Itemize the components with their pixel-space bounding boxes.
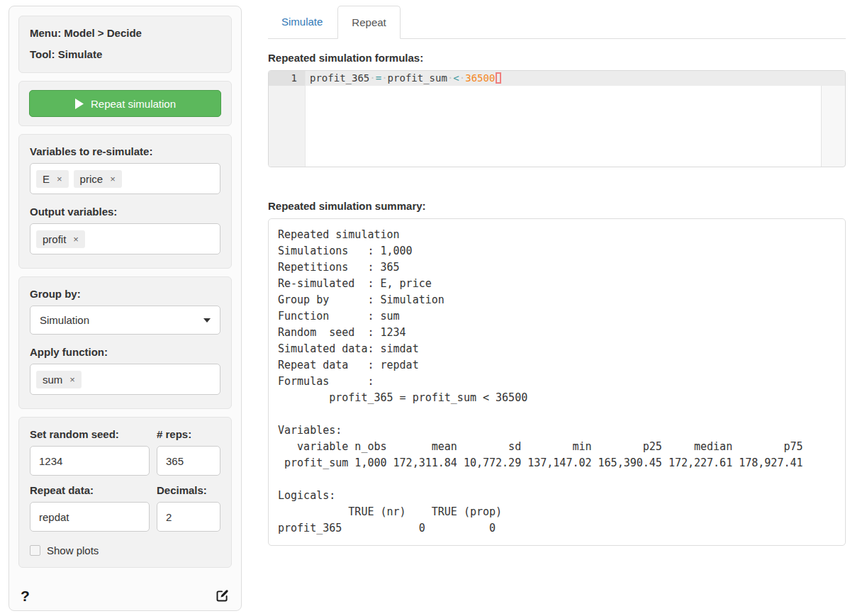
sidebar-footer: ? [18, 584, 232, 603]
run-panel: Repeat simulation [18, 81, 232, 126]
grouping-panel: Group by: Simulation Apply function: sum… [18, 276, 232, 409]
remove-tag-icon[interactable]: × [73, 235, 79, 244]
main-content: Simulate Repeat Repeated simulation form… [268, 6, 846, 546]
caret-down-icon [203, 318, 211, 323]
summary-label: Repeated simulation summary: [268, 200, 846, 212]
selected-tag-sum[interactable]: sum× [36, 371, 82, 388]
code-token: profit_365 [310, 72, 369, 84]
code-token: 36500 [465, 72, 495, 84]
code-token: < [453, 72, 459, 84]
menu-info-panel: Menu: Model > Decide Tool: Simulate [18, 16, 232, 73]
menu-breadcrumb: Menu: Model > Decide [30, 27, 220, 39]
sidebar: Menu: Model > Decide Tool: Simulate Repe… [9, 6, 242, 611]
formulas-label: Repeated simulation formulas: [268, 52, 846, 64]
apply-function-input[interactable]: sum× [30, 364, 220, 395]
repeat-data-input[interactable] [30, 502, 150, 532]
space-dot: · [369, 72, 375, 84]
resimulate-vars-input[interactable]: E×price× [30, 163, 220, 194]
group-by-selected-value: Simulation [40, 314, 89, 326]
tab-simulate[interactable]: Simulate [268, 6, 336, 38]
editor-cursor [496, 72, 501, 84]
reps-label: # reps: [157, 428, 220, 440]
show-plots-label: Show plots [47, 544, 99, 556]
space-dot: · [381, 72, 387, 84]
repeat-data-label: Repeat data: [30, 484, 150, 496]
decimals-label: Decimals: [157, 484, 220, 496]
repeat-simulation-button[interactable]: Repeat simulation [29, 90, 221, 117]
show-plots-row: Show plots [30, 544, 220, 556]
repeat-simulation-button-label: Repeat simulation [91, 98, 176, 110]
editor-code-area[interactable]: profit_365·=·profit_sum·<·36500 [306, 71, 845, 167]
show-plots-checkbox[interactable] [30, 545, 40, 556]
code-token: profit_sum [388, 72, 447, 84]
remove-tag-icon[interactable]: × [110, 174, 116, 184]
editor-gutter: 1 [269, 71, 306, 167]
output-vars-input[interactable]: profit× [30, 223, 220, 254]
tool-label: Tool: Simulate [30, 48, 220, 60]
editor-line-number: 1 [269, 71, 305, 86]
tab-bar: Simulate Repeat [268, 6, 846, 39]
output-vars-label: Output variables: [30, 206, 220, 218]
remove-tag-icon[interactable]: × [57, 174, 62, 184]
selected-tag-price[interactable]: price× [74, 170, 122, 188]
random-seed-label: Set random seed: [30, 428, 150, 440]
tab-repeat[interactable]: Repeat [337, 6, 400, 39]
variables-panel: Variables to re-simulate: E×price× Outpu… [18, 134, 232, 269]
resimulate-label: Variables to re-simulate: [30, 145, 220, 157]
tag-label: E [43, 173, 50, 185]
summary-output: Repeated simulation Simulations : 1,000 … [268, 218, 846, 546]
space-dot: · [459, 72, 465, 84]
decimals-input[interactable] [157, 502, 220, 532]
random-seed-input[interactable] [30, 446, 150, 476]
apply-function-label: Apply function: [30, 346, 220, 358]
formula-editor[interactable]: 1 profit_365·=·profit_sum·<·36500 [268, 70, 846, 167]
tag-label: sum [43, 374, 62, 386]
code-token: = [376, 72, 381, 84]
summary-text: Repeated simulation Simulations : 1,000 … [278, 227, 836, 537]
reps-input[interactable] [157, 446, 220, 476]
remove-tag-icon[interactable]: × [69, 375, 75, 384]
play-icon [74, 99, 84, 109]
selected-tag-profit[interactable]: profit× [36, 230, 85, 248]
group-by-label: Group by: [30, 288, 220, 300]
group-by-select[interactable]: Simulation [30, 306, 220, 335]
help-icon[interactable]: ? [21, 588, 30, 603]
settings-panel: Set random seed: # reps: Repeat data: De… [18, 417, 232, 568]
tag-label: profit [43, 233, 66, 245]
selected-tag-E[interactable]: E× [36, 170, 69, 188]
edit-report-icon[interactable] [215, 588, 230, 603]
tag-label: price [80, 173, 104, 185]
code-line: profit_365·=·profit_sum·<·36500 [306, 71, 845, 86]
